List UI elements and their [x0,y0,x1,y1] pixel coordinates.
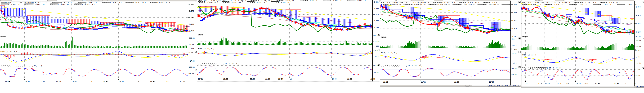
svg-text:145.00: 145.00 [374,41,380,43]
svg-text:11/23: 11/23 [602,83,607,85]
svg-text:11/19: 11/19 [383,81,388,83]
svg-text:( Close, 20 ): ( Close, 20 ) [86,1,98,3]
svg-text:8,185: 8,185 [512,36,517,38]
svg-text:-15.50: -15.50 [512,62,518,64]
svg-text:6.00: 6.00 [189,52,193,53]
svg-text:20:00: 20:00 [119,81,124,83]
svg-text:8,445: 8,445 [512,4,517,6]
svg-text:12:00: 12:00 [370,78,375,80]
svg-text:85.00: 85.00 [636,69,640,71]
svg-text:22:40: 22:40 [150,81,155,83]
svg-text:( Close, 10 ): ( Close, 10 ) [206,1,218,3]
svg-text:( Close, 5 ): ( Close, 5 ) [490,1,502,3]
svg-text:( 14, 3, 80, 20 ): ( 14, 3, 80, 20 ) [26,65,42,67]
svg-text:16:30: 16:30 [595,83,600,85]
svg-text:12:00: 12:00 [40,81,45,83]
svg-text:MACD( 12, 26, 9 ): MACD( 12, 26, 9 ) [522,54,538,56]
svg-text:MACD( 12, 26, 9 ): MACD( 12, 26, 9 ) [381,52,397,54]
svg-text:( Close, 10 ): ( Close, 10 ) [436,4,449,5]
svg-text:11/25: 11/25 [489,81,494,83]
svg-text:20:00: 20:00 [250,78,255,80]
svg-text:( 14, 3, 80, 20 ): ( 14, 3, 80, 20 ) [406,65,422,67]
svg-text:× 100: × 100 [512,48,517,50]
svg-text:8,345: 8,345 [636,23,641,25]
svg-text:11/24: 11/24 [5,81,10,83]
svg-text:-17.00: -17.00 [189,60,195,62]
svg-text:11/22: 11/22 [421,81,426,83]
svg-text:12:00: 12:00 [290,78,294,80]
svg-text:-20.00: -20.00 [374,56,380,58]
svg-text:225mini 11/12( 5: 225mini 11/12( 5 [5,1,20,3]
svg-text:8,275: 8,275 [374,14,379,15]
svg-text:225mini 11/12( 15: 225mini 11/12( 15 [202,0,218,1]
svg-text:, 2011/11/22 - 2011/11/25 ): , 2011/11/22 - 2011/11/25 ) [22,1,48,3]
svg-text:11/25: 11/25 [164,81,169,83]
svg-text:11/23: 11/23 [265,78,270,80]
svg-text:( 9, 26, 52 ): ( 9, 26, 52 ) [584,1,596,3]
svg-text:( Close, 5 ): ( Close, 5 ) [110,1,122,3]
svg-text:× 100: × 100 [189,47,194,49]
svg-text:16:30: 16:30 [538,83,542,85]
svg-text:, 2011/11/16 - 2011/11/25 ): , 2011/11/16 - 2011/11/25 ) [544,1,570,3]
svg-text:( Close, 20 ): ( Close, 20 ) [284,0,296,1]
svg-text:200.00: 200.00 [512,44,518,46]
svg-text:10:40: 10:40 [25,81,30,83]
svg-text:300.00: 300.00 [636,46,642,47]
svg-text:01:20: 01:20 [180,81,185,83]
svg-text:( Close, 40 ): ( Close, 40 ) [58,3,70,5]
svg-text:8,380: 8,380 [512,12,517,14]
svg-text:205.00: 205.00 [189,37,195,39]
svg-text:( Close, 25 ): ( Close, 25 ) [82,3,95,5]
svg-text:( 9, 26, 52 ): ( 9, 26, 52 ) [442,1,455,3]
svg-text:16:30: 16:30 [576,83,580,85]
svg-text:14:40: 14:40 [72,81,76,83]
svg-text:225mini 11/12( 60: 225mini 11/12( 60 [526,1,542,3]
svg-text:8,220: 8,220 [374,20,379,22]
svg-text:8,250: 8,250 [512,28,517,30]
svg-text:225mini 11/12( 30: 225mini 11/12( 30 [384,1,401,3]
svg-text:( Close, 40 ): ( Close, 40 ) [486,4,498,5]
svg-text:( 9, 26, 52 ): ( 9, 26, 52 ) [62,1,74,3]
svg-text:8,330: 8,330 [374,7,379,9]
svg-text:12:00: 12:00 [223,78,228,80]
svg-text:8,165: 8,165 [374,26,379,28]
svg-text:600.00: 600.00 [512,38,518,40]
svg-text:11/22: 11/22 [583,83,588,85]
svg-text:14.50: 14.50 [512,52,516,54]
svg-text:× 100: × 100 [374,45,379,47]
svg-text:16:30: 16:30 [614,83,619,85]
svg-text:16:30: 16:30 [556,83,562,85]
svg-text:35.00: 35.00 [374,72,378,74]
svg-text:-22.50: -22.50 [636,62,642,64]
svg-text:MACD( 12, 26, 9 ): MACD( 12, 26, 9 ) [0,51,17,52]
svg-text:20:00: 20:00 [332,78,336,80]
svg-text:35.00: 35.00 [189,73,194,75]
svg-text:8,190: 8,190 [636,36,641,38]
svg-text:( Close, 150 ): ( Close, 150 ) [33,3,46,5]
svg-text:( 9, 26, 52 ): ( 9, 26, 52 ) [260,0,272,1]
svg-text:8,265: 8,265 [636,31,641,33]
svg-text:( Close, 10 ): ( Close, 10 ) [601,4,613,5]
svg-text:( Close, 75 ): ( Close, 75 ) [552,4,565,5]
svg-text:11/18: 11/18 [545,83,550,85]
svg-text:( Close, 75 ): ( Close, 75 ) [157,1,170,3]
svg-text:8,150: 8,150 [189,30,194,32]
svg-text:( 14, 3, 80, 20 ): ( 14, 3, 80, 20 ) [223,63,239,65]
svg-text:8,270: 8,270 [189,10,194,12]
svg-text:( Close, 75 ): ( Close, 75 ) [412,4,425,5]
svg-text:8,425: 8,425 [636,15,641,16]
svg-text:11/21: 11/21 [198,78,203,80]
svg-text:13:20: 13:20 [56,81,61,83]
svg-text:8,190: 8,190 [189,23,194,25]
svg-text:35.00: 35.00 [512,74,516,76]
svg-text:21:20: 21:20 [134,81,139,83]
svg-text:( Close, 5 ): ( Close, 5 ) [308,0,319,1]
svg-text:( Close, 20 ): ( Close, 20 ) [466,1,479,3]
svg-text:30.00: 30.00 [636,75,640,77]
svg-text:8,505: 8,505 [636,6,641,8]
svg-text:( 14, 3, 80, 20 ): ( 14, 3, 80, 20 ) [547,67,563,69]
svg-text:, 2011/11/16 - 2011/11/25 ): , 2011/11/16 - 2011/11/25 ) [403,1,429,3]
svg-text:× 100: × 100 [636,50,641,51]
svg-text:( Close, 40 ): ( Close, 40 ) [255,1,267,3]
svg-text:, 2011/11/16 - 2011/11/25 ): , 2011/11/16 - 2011/11/25 ) [220,0,246,1]
